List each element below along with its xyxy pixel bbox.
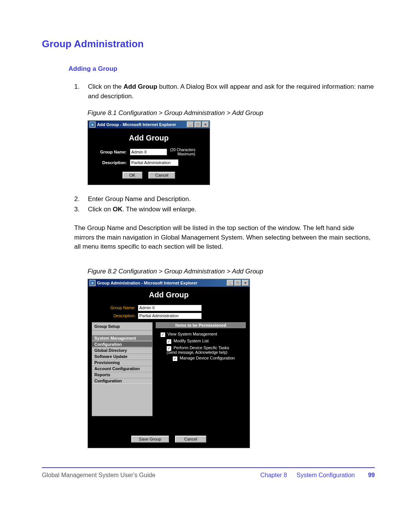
step2-text: Enter Group Name and Description. — [88, 195, 375, 204]
sidebar-item-account-configuration[interactable]: Account Configuration — [92, 366, 152, 372]
titlebar: e Group Administration - Microsoft Inter… — [88, 279, 250, 287]
groupname-hint: (20 CharactersMaximum) — [170, 148, 195, 156]
titlebar-text: Add Group - Microsoft Internet Explorer — [97, 122, 176, 127]
add-group-dialog-large: e Group Administration - Microsoft Inter… — [88, 279, 250, 448]
cancel-button[interactable]: Cancel — [148, 172, 175, 179]
step3-bold: OK — [113, 206, 123, 213]
footer-section: System Configuration — [296, 472, 355, 479]
description-label: Description: — [92, 313, 138, 318]
minimize-icon[interactable]: _ — [187, 121, 194, 128]
list-item: 1. Click on the Add Group button. A Dial… — [74, 82, 375, 101]
sidebar-item-software-update[interactable]: Software Update — [92, 353, 152, 359]
permission-row: ✓ Modify System List — [166, 339, 244, 344]
page-heading: Group Administration — [42, 38, 375, 50]
ie-icon: e — [89, 280, 96, 286]
footer-chapter: Chapter 8 — [260, 472, 287, 479]
list-item: 2. Enter Group Name and Description. — [74, 195, 375, 204]
checkbox-icon[interactable]: ✓ — [160, 332, 166, 337]
cancel-button[interactable]: Cancel — [175, 436, 206, 443]
sidebar-item-global-directory[interactable]: Global Directory — [92, 347, 152, 353]
permission-label: View System Management — [167, 332, 217, 336]
close-icon[interactable]: × — [242, 280, 249, 286]
ok-button[interactable]: OK — [123, 172, 142, 179]
sidebar-item-provisioning[interactable]: Provisioning — [92, 359, 152, 366]
save-group-button[interactable]: Save Group — [131, 436, 169, 443]
description-input[interactable] — [138, 313, 202, 319]
permission-sublabel: (Send message, Acknowledge help) — [167, 350, 228, 355]
groupname-label: Group Name: — [92, 305, 138, 310]
maximize-icon[interactable]: □ — [234, 280, 241, 286]
footer-guide-title: Global Management System User's Guide — [42, 472, 260, 479]
list-item: 3. Click on OK. The window will enlarge. — [74, 205, 375, 214]
permission-row: ✓ Perform Device Specfic Tasks (Send mes… — [166, 345, 244, 355]
titlebar: e Add Group - Microsoft Internet Explore… — [88, 121, 210, 128]
maximize-icon[interactable]: □ — [194, 121, 201, 128]
ie-icon: e — [89, 121, 96, 128]
permission-label: Perform Device Specfic Tasks — [174, 345, 229, 350]
groupname-input[interactable] — [138, 305, 202, 311]
step1-bold: Add Group — [124, 83, 158, 90]
paragraph: The Group Name and Description will be l… — [74, 224, 371, 252]
permission-label: Modify System List — [174, 339, 209, 343]
permissions-header: Items to be Permissioned — [156, 322, 246, 328]
groupname-input[interactable] — [130, 149, 167, 155]
sidebar-item-system-management[interactable]: System Management — [92, 335, 152, 341]
permission-label: Manage Device Configuration — [180, 356, 235, 360]
sidebar-item-reports[interactable]: Reports — [92, 372, 152, 378]
description-label: Description: — [92, 160, 130, 165]
checkbox-icon[interactable]: ✓ — [172, 356, 178, 361]
figure-caption-1: Figure 8.1 Configuration > Group Adminis… — [88, 109, 375, 118]
footer: Global Management System User's Guide Ch… — [42, 472, 375, 479]
figure-caption-2: Figure 8.2 Configuration > Group Adminis… — [88, 267, 375, 276]
footer-separator — [42, 467, 375, 468]
dialog-heading: Add Group — [92, 291, 246, 299]
minimize-icon[interactable]: _ — [227, 280, 234, 286]
step1-pre: Click on the — [88, 83, 124, 90]
footer-page-number: 99 — [368, 472, 375, 479]
step3-post: . The window will enlarge. — [123, 206, 196, 213]
permission-row: ✓ View System Management — [160, 332, 244, 337]
add-group-dialog-small: e Add Group - Microsoft Internet Explore… — [88, 120, 210, 185]
checkbox-icon[interactable]: ✓ — [166, 339, 172, 344]
sidebar-item-configuration[interactable]: Configuration — [92, 341, 152, 347]
permission-row: ✓ Manage Device Configuration — [172, 356, 244, 361]
step3-pre: Click on — [88, 206, 113, 213]
sidebar-item-configuration-2[interactable]: Configuration — [92, 378, 152, 384]
dialog-heading: Add Group — [92, 134, 205, 142]
sidebar-title: Group Setup — [92, 323, 152, 331]
titlebar-text: Group Administration - Microsoft Interne… — [97, 281, 198, 285]
close-icon[interactable]: × — [202, 121, 209, 128]
group-setup-sidebar: Group Setup System Management Configurat… — [92, 322, 153, 416]
description-input[interactable] — [130, 159, 178, 166]
section-heading: Adding a Group — [68, 65, 375, 73]
groupname-label: Group Name: — [92, 150, 130, 154]
